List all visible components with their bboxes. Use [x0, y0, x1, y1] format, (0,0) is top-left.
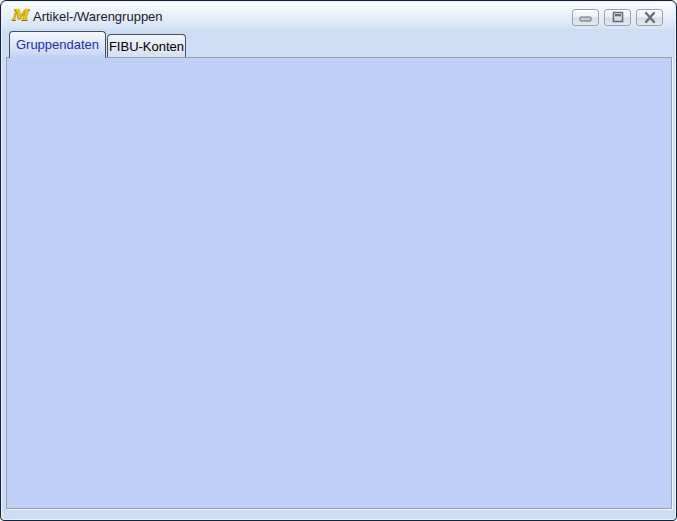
tab-gruppendaten[interactable]: Gruppendaten — [9, 31, 106, 58]
restore-icon — [607, 11, 628, 24]
minimize-button[interactable] — [572, 9, 599, 26]
titlebar[interactable]: M Artikel-/Warengruppen — [2, 2, 675, 29]
app-logo-icon[interactable]: M — [11, 7, 28, 24]
artikel-warengruppen-window: M Artikel-/Warengruppen Gruppendaten FIB… — [0, 0, 677, 521]
tab-fibu-konten[interactable]: FIBU-Konten — [107, 34, 186, 58]
minimize-icon — [575, 11, 596, 24]
window-title: Artikel-/Warengruppen — [33, 9, 163, 24]
gruppendaten-panel — [6, 57, 672, 509]
restore-button[interactable] — [604, 9, 631, 26]
close-icon — [639, 11, 660, 24]
close-button[interactable] — [636, 9, 663, 26]
